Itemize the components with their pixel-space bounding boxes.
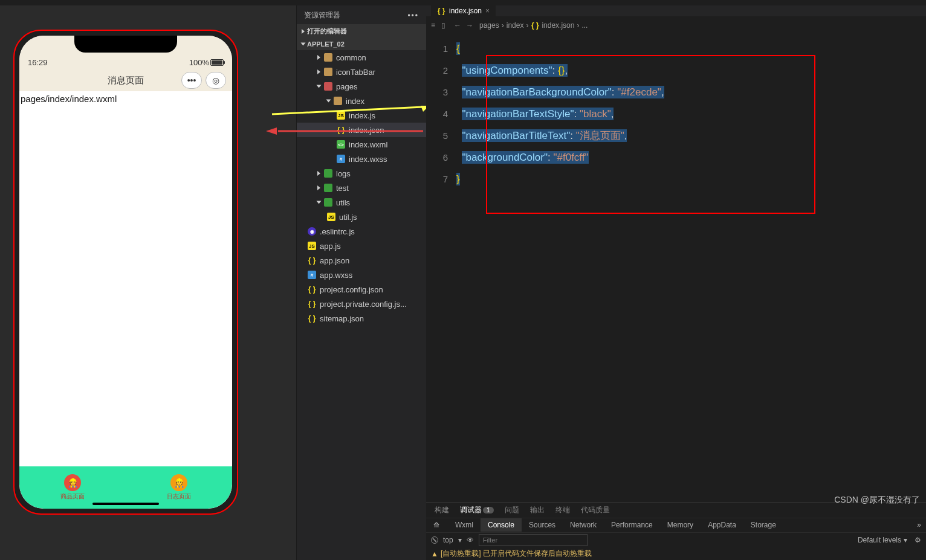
- folder-icon: [324, 53, 332, 62]
- open-editors-heading[interactable]: 打开的编辑器: [297, 24, 426, 38]
- context-selector[interactable]: top: [443, 536, 453, 544]
- devtab-sources[interactable]: Sources: [522, 518, 563, 532]
- list-icon[interactable]: ≡: [431, 21, 435, 30]
- chevron-right-icon: [317, 171, 320, 176]
- tree-node[interactable]: #index.wxss: [297, 152, 426, 166]
- tree-node[interactable]: JSutil.js: [297, 210, 426, 224]
- json-icon: { }: [308, 314, 316, 323]
- tree-node[interactable]: pages: [297, 79, 426, 94]
- devtab-storage[interactable]: Storage: [743, 518, 783, 532]
- phone-notch: [74, 36, 177, 53]
- clock: 16:29: [28, 58, 48, 67]
- bottom-panel: 构建 调试器1 问题 输出 终端 代码质量 ⟰ Wxml Console Sou…: [426, 502, 926, 560]
- tree-label: .eslintrc.js: [320, 227, 355, 236]
- tab-build[interactable]: 构建: [435, 505, 449, 515]
- inspect-icon[interactable]: ⟰: [431, 518, 448, 532]
- tree-node[interactable]: { }project.config.json: [297, 282, 426, 297]
- filter-input[interactable]: [479, 534, 588, 546]
- editor-tab-active[interactable]: { } index.json ×: [431, 5, 496, 16]
- overflow-icon[interactable]: »: [917, 521, 921, 529]
- tree-label: index.json: [349, 126, 384, 135]
- tab-quality[interactable]: 代码质量: [581, 505, 610, 515]
- tree-label: iconTabBar: [336, 68, 375, 77]
- code-content[interactable]: { "usingComponents": {}, "navigationBarB…: [456, 34, 926, 502]
- tab-icon: 👷: [170, 474, 187, 491]
- folder-icon: [324, 68, 332, 76]
- devtab-wxml[interactable]: Wxml: [448, 518, 481, 532]
- chevron-down-icon: [317, 201, 322, 204]
- tree-node[interactable]: { }sitemap.json: [297, 311, 426, 326]
- tree-label: common: [336, 53, 366, 62]
- project-root-heading[interactable]: APPLET_02: [297, 38, 426, 50]
- tree-node[interactable]: { }app.json: [297, 253, 426, 268]
- breadcrumb-row: ≡ ▯ ← → pages› index› { } index.json› ..…: [426, 16, 926, 34]
- chevron-right-icon: [317, 69, 320, 74]
- tree-label: index.js: [349, 111, 375, 120]
- tree-node[interactable]: { }index.json: [297, 123, 426, 137]
- devtab-console[interactable]: Console: [481, 518, 522, 532]
- explorer-more-icon[interactable]: •••: [407, 11, 419, 20]
- tree-label: util.js: [339, 213, 357, 222]
- close-icon[interactable]: ×: [485, 7, 490, 15]
- breadcrumb[interactable]: pages› index› { } index.json› ...: [479, 21, 588, 30]
- battery: 100%: [189, 58, 224, 67]
- chevron-down-icon: [317, 85, 322, 88]
- console-log-line: ▲ [自动热重载] 已开启代码文件保存后自动热重载: [426, 547, 926, 560]
- js-icon: JS: [337, 111, 345, 120]
- tree-node[interactable]: iconTabBar: [297, 65, 426, 79]
- tab-problems[interactable]: 问题: [505, 505, 519, 515]
- json-icon: { }: [437, 7, 445, 15]
- folder-icon: [324, 198, 332, 207]
- svg-marker-3: [266, 127, 277, 135]
- back-icon[interactable]: ←: [454, 21, 461, 30]
- devtab-appdata[interactable]: AppData: [701, 518, 743, 532]
- forward-icon[interactable]: →: [466, 21, 473, 30]
- nav-arrows: ← →: [454, 21, 473, 30]
- tab-terminal[interactable]: 终端: [555, 505, 570, 515]
- devtab-memory[interactable]: Memory: [660, 518, 701, 532]
- phone-page-body: pages/index/index.wxml: [19, 91, 232, 466]
- tree-node[interactable]: #app.wxss: [297, 268, 426, 282]
- tab-icon: 👷: [64, 474, 81, 491]
- levels-dropdown[interactable]: Default levels▾⚙: [858, 536, 921, 544]
- code-area[interactable]: 1234567 { "usingComponents": {}, "naviga…: [426, 34, 926, 502]
- capsule-menu[interactable]: •••: [181, 72, 202, 89]
- tree-node[interactable]: logs: [297, 166, 426, 181]
- file-tree: commoniconTabBarpagesindexJSindex.js{ }i…: [297, 50, 426, 560]
- chevron-right-icon: [317, 185, 320, 190]
- simulator-pane: 16:29 100% 消息页面 ••• ◎ pages/index/index.…: [0, 5, 296, 560]
- devtab-network[interactable]: Network: [563, 518, 604, 532]
- tree-node[interactable]: common: [297, 50, 426, 65]
- capsule-close[interactable]: ◎: [206, 72, 226, 89]
- tree-node[interactable]: index: [297, 94, 426, 108]
- tree-node[interactable]: { }project.private.config.js...: [297, 297, 426, 311]
- console-filter-row: top▾ 👁 Default levels▾⚙: [426, 533, 926, 547]
- tree-label: index: [346, 97, 364, 106]
- folder-icon: [324, 169, 332, 178]
- devtab-performance[interactable]: Performance: [604, 518, 660, 532]
- tree-label: index.wxml: [349, 140, 387, 149]
- tree-node[interactable]: JSapp.js: [297, 239, 426, 253]
- wxss-icon: #: [337, 155, 345, 163]
- tree-node[interactable]: <>index.wxml: [297, 137, 426, 152]
- json-icon: { }: [308, 256, 316, 265]
- tree-label: utils: [336, 198, 350, 207]
- eye-icon[interactable]: 👁: [467, 536, 474, 544]
- tree-node[interactable]: test: [297, 181, 426, 195]
- wxml-icon: <>: [337, 140, 345, 149]
- tab-debugger[interactable]: 调试器1: [460, 505, 494, 515]
- tree-label: app.json: [320, 256, 349, 265]
- tree-node[interactable]: utils: [297, 195, 426, 210]
- tree-label: pages: [336, 82, 357, 91]
- clear-console-icon[interactable]: [431, 536, 438, 544]
- line-gutter: 1234567: [426, 34, 456, 502]
- wechat-capsule: ••• ◎: [181, 72, 226, 89]
- chevron-down-icon: [326, 100, 331, 103]
- bookmark-icon[interactable]: ▯: [441, 21, 445, 30]
- phone-nav-bar: 消息页面 ••• ◎: [19, 69, 232, 91]
- tree-node[interactable]: ◉.eslintrc.js: [297, 224, 426, 239]
- gear-icon[interactable]: ⚙: [915, 536, 921, 544]
- tree-node[interactable]: JSindex.js: [297, 108, 426, 123]
- tab-output[interactable]: 输出: [530, 505, 545, 515]
- tree-label: logs: [336, 169, 351, 178]
